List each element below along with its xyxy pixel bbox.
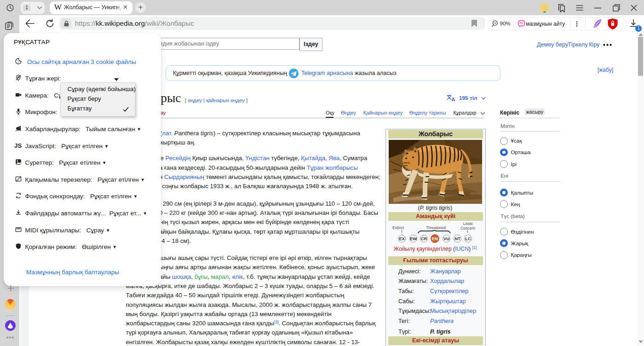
svg-text:A: A bbox=[452, 97, 455, 102]
